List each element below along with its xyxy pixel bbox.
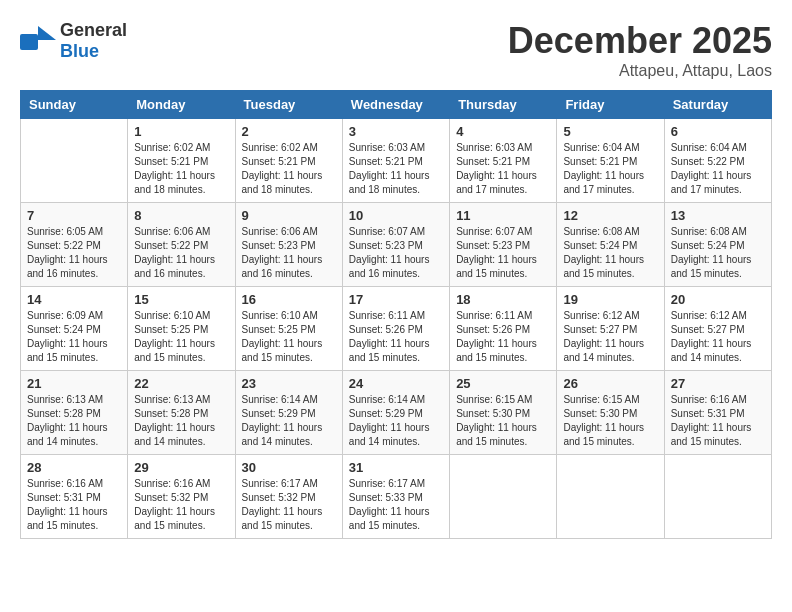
- day-info: Sunrise: 6:04 AMSunset: 5:21 PMDaylight:…: [563, 141, 657, 197]
- day-info: Sunrise: 6:02 AMSunset: 5:21 PMDaylight:…: [134, 141, 228, 197]
- sunset-text: Sunset: 5:30 PM: [456, 408, 530, 419]
- day-number: 7: [27, 208, 121, 223]
- daylight-text-2: and 15 minutes.: [563, 436, 634, 447]
- sunrise-text: Sunrise: 6:02 AM: [242, 142, 318, 153]
- calendar-cell: 23Sunrise: 6:14 AMSunset: 5:29 PMDayligh…: [235, 371, 342, 455]
- sunset-text: Sunset: 5:30 PM: [563, 408, 637, 419]
- calendar-cell: 31Sunrise: 6:17 AMSunset: 5:33 PMDayligh…: [342, 455, 449, 539]
- daylight-text-1: Daylight: 11 hours: [134, 506, 215, 517]
- calendar-week-row: 28Sunrise: 6:16 AMSunset: 5:31 PMDayligh…: [21, 455, 772, 539]
- calendar-cell: 22Sunrise: 6:13 AMSunset: 5:28 PMDayligh…: [128, 371, 235, 455]
- daylight-text-2: and 16 minutes.: [242, 268, 313, 279]
- title-block: December 2025 Attapeu, Attapu, Laos: [508, 20, 772, 80]
- sunset-text: Sunset: 5:24 PM: [671, 240, 745, 251]
- sunrise-text: Sunrise: 6:10 AM: [242, 310, 318, 321]
- day-number: 15: [134, 292, 228, 307]
- sunset-text: Sunset: 5:28 PM: [27, 408, 101, 419]
- day-number: 4: [456, 124, 550, 139]
- day-number: 2: [242, 124, 336, 139]
- location-subtitle: Attapeu, Attapu, Laos: [508, 62, 772, 80]
- daylight-text-2: and 18 minutes.: [242, 184, 313, 195]
- day-number: 13: [671, 208, 765, 223]
- day-info: Sunrise: 6:04 AMSunset: 5:22 PMDaylight:…: [671, 141, 765, 197]
- daylight-text-1: Daylight: 11 hours: [671, 422, 752, 433]
- calendar-cell: [21, 119, 128, 203]
- sunrise-text: Sunrise: 6:17 AM: [349, 478, 425, 489]
- day-number: 23: [242, 376, 336, 391]
- logo-icon: [20, 26, 56, 56]
- calendar-cell: [557, 455, 664, 539]
- daylight-text-2: and 15 minutes.: [671, 268, 742, 279]
- sunset-text: Sunset: 5:21 PM: [242, 156, 316, 167]
- sunset-text: Sunset: 5:26 PM: [456, 324, 530, 335]
- daylight-text-2: and 15 minutes.: [27, 520, 98, 531]
- daylight-text-1: Daylight: 11 hours: [563, 338, 644, 349]
- daylight-text-2: and 15 minutes.: [563, 268, 634, 279]
- calendar-cell: 26Sunrise: 6:15 AMSunset: 5:30 PMDayligh…: [557, 371, 664, 455]
- day-info: Sunrise: 6:12 AMSunset: 5:27 PMDaylight:…: [563, 309, 657, 365]
- daylight-text-2: and 18 minutes.: [134, 184, 205, 195]
- daylight-text-1: Daylight: 11 hours: [563, 254, 644, 265]
- day-info: Sunrise: 6:07 AMSunset: 5:23 PMDaylight:…: [349, 225, 443, 281]
- sunrise-text: Sunrise: 6:15 AM: [563, 394, 639, 405]
- daylight-text-1: Daylight: 11 hours: [456, 254, 537, 265]
- day-number: 31: [349, 460, 443, 475]
- calendar-cell: 13Sunrise: 6:08 AMSunset: 5:24 PMDayligh…: [664, 203, 771, 287]
- day-number: 29: [134, 460, 228, 475]
- daylight-text-1: Daylight: 11 hours: [671, 338, 752, 349]
- sunrise-text: Sunrise: 6:14 AM: [349, 394, 425, 405]
- daylight-text-1: Daylight: 11 hours: [349, 254, 430, 265]
- calendar-week-row: 14Sunrise: 6:09 AMSunset: 5:24 PMDayligh…: [21, 287, 772, 371]
- daylight-text-2: and 15 minutes.: [134, 352, 205, 363]
- daylight-text-1: Daylight: 11 hours: [456, 170, 537, 181]
- sunrise-text: Sunrise: 6:10 AM: [134, 310, 210, 321]
- calendar-cell: 21Sunrise: 6:13 AMSunset: 5:28 PMDayligh…: [21, 371, 128, 455]
- daylight-text-2: and 18 minutes.: [349, 184, 420, 195]
- logo-general: General: [60, 20, 127, 40]
- sunset-text: Sunset: 5:22 PM: [671, 156, 745, 167]
- day-number: 18: [456, 292, 550, 307]
- daylight-text-2: and 15 minutes.: [456, 352, 527, 363]
- daylight-text-1: Daylight: 11 hours: [349, 338, 430, 349]
- day-info: Sunrise: 6:16 AMSunset: 5:31 PMDaylight:…: [671, 393, 765, 449]
- daylight-text-1: Daylight: 11 hours: [242, 506, 323, 517]
- day-info: Sunrise: 6:07 AMSunset: 5:23 PMDaylight:…: [456, 225, 550, 281]
- day-info: Sunrise: 6:14 AMSunset: 5:29 PMDaylight:…: [242, 393, 336, 449]
- calendar-cell: 25Sunrise: 6:15 AMSunset: 5:30 PMDayligh…: [450, 371, 557, 455]
- svg-rect-0: [20, 34, 38, 50]
- day-number: 6: [671, 124, 765, 139]
- daylight-text-1: Daylight: 11 hours: [456, 338, 537, 349]
- weekday-header: Friday: [557, 91, 664, 119]
- day-info: Sunrise: 6:08 AMSunset: 5:24 PMDaylight:…: [671, 225, 765, 281]
- calendar-cell: 14Sunrise: 6:09 AMSunset: 5:24 PMDayligh…: [21, 287, 128, 371]
- calendar-cell: 5Sunrise: 6:04 AMSunset: 5:21 PMDaylight…: [557, 119, 664, 203]
- calendar-cell: 19Sunrise: 6:12 AMSunset: 5:27 PMDayligh…: [557, 287, 664, 371]
- sunset-text: Sunset: 5:23 PM: [242, 240, 316, 251]
- day-info: Sunrise: 6:03 AMSunset: 5:21 PMDaylight:…: [349, 141, 443, 197]
- weekday-header: Saturday: [664, 91, 771, 119]
- day-info: Sunrise: 6:10 AMSunset: 5:25 PMDaylight:…: [134, 309, 228, 365]
- daylight-text-2: and 15 minutes.: [456, 436, 527, 447]
- sunset-text: Sunset: 5:32 PM: [242, 492, 316, 503]
- weekday-header: Monday: [128, 91, 235, 119]
- day-info: Sunrise: 6:16 AMSunset: 5:32 PMDaylight:…: [134, 477, 228, 533]
- calendar-cell: 30Sunrise: 6:17 AMSunset: 5:32 PMDayligh…: [235, 455, 342, 539]
- sunrise-text: Sunrise: 6:16 AM: [27, 478, 103, 489]
- daylight-text-1: Daylight: 11 hours: [349, 422, 430, 433]
- calendar-cell: 12Sunrise: 6:08 AMSunset: 5:24 PMDayligh…: [557, 203, 664, 287]
- calendar-cell: 11Sunrise: 6:07 AMSunset: 5:23 PMDayligh…: [450, 203, 557, 287]
- daylight-text-2: and 16 minutes.: [349, 268, 420, 279]
- daylight-text-2: and 15 minutes.: [134, 520, 205, 531]
- daylight-text-1: Daylight: 11 hours: [242, 254, 323, 265]
- sunrise-text: Sunrise: 6:12 AM: [671, 310, 747, 321]
- day-number: 21: [27, 376, 121, 391]
- day-info: Sunrise: 6:02 AMSunset: 5:21 PMDaylight:…: [242, 141, 336, 197]
- daylight-text-2: and 14 minutes.: [242, 436, 313, 447]
- sunrise-text: Sunrise: 6:02 AM: [134, 142, 210, 153]
- sunrise-text: Sunrise: 6:03 AM: [456, 142, 532, 153]
- day-number: 16: [242, 292, 336, 307]
- calendar-cell: 4Sunrise: 6:03 AMSunset: 5:21 PMDaylight…: [450, 119, 557, 203]
- calendar-cell: 27Sunrise: 6:16 AMSunset: 5:31 PMDayligh…: [664, 371, 771, 455]
- daylight-text-1: Daylight: 11 hours: [27, 422, 108, 433]
- daylight-text-2: and 14 minutes.: [134, 436, 205, 447]
